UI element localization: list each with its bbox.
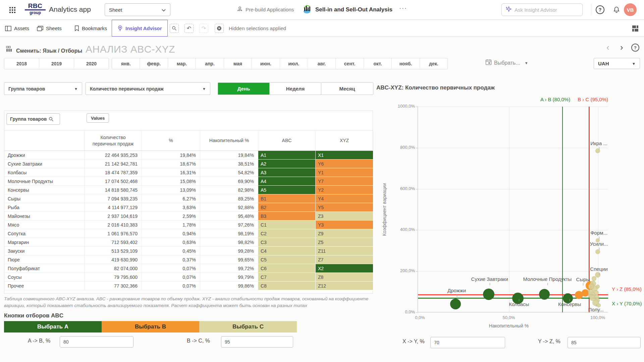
tab-insight-advisor[interactable]: Insight Advisor xyxy=(112,20,168,37)
prev-sheet-arrow[interactable]: ‹ xyxy=(606,43,609,52)
product-name-cell[interactable]: Закуски xyxy=(4,247,85,255)
xyz-cell[interactable]: Z5 xyxy=(316,238,373,247)
col-header-pct[interactable]: % xyxy=(142,131,200,150)
month-button[interactable]: мар. xyxy=(168,58,196,69)
product-name-cell[interactable]: Дрожжи xyxy=(4,151,85,159)
product-name-cell[interactable]: Прочее xyxy=(4,282,85,290)
xyz-cell[interactable]: Y3 xyxy=(316,221,373,229)
month-button[interactable]: нояб. xyxy=(392,58,420,69)
bc-threshold-input[interactable] xyxy=(221,336,293,348)
xyz-cell[interactable]: Y5 xyxy=(316,203,373,212)
product-name-cell[interactable]: Колбасы xyxy=(4,168,85,177)
product-name-cell[interactable]: Молочные Продукты xyxy=(4,177,85,185)
smart-search-icon[interactable] xyxy=(170,24,179,33)
abc-cell[interactable]: A2 xyxy=(258,160,316,168)
abc-cell[interactable]: A4 xyxy=(258,177,316,186)
xyz-cell[interactable]: X1 xyxy=(316,151,373,160)
scatter-point[interactable] xyxy=(590,295,596,301)
period-button[interactable]: Месяц xyxy=(321,83,373,95)
scatter-point[interactable] xyxy=(588,284,594,289)
product-name-cell[interactable]: Полуфабрикат xyxy=(4,264,85,273)
product-name-cell[interactable]: Мясо xyxy=(4,221,85,229)
tab-sheets[interactable]: Sheets xyxy=(37,20,62,37)
xyz-cell[interactable]: Z9 xyxy=(316,229,373,238)
abc-cell[interactable]: B3 xyxy=(258,212,316,221)
col-header-cum[interactable]: Накопительный % xyxy=(200,131,258,150)
abc-cell[interactable]: C8 xyxy=(258,282,316,290)
xyz-cell[interactable]: Z12 xyxy=(316,282,373,290)
ask-insight-input[interactable] xyxy=(515,7,572,13)
year-button-2020[interactable]: 2020 xyxy=(74,58,109,69)
abc-cell[interactable]: C1 xyxy=(258,221,316,229)
scatter-point[interactable] xyxy=(588,289,593,295)
xyz-cell[interactable]: Y7 xyxy=(316,177,373,186)
period-button[interactable]: День xyxy=(218,83,270,95)
abc-cell[interactable]: B1 xyxy=(258,194,316,203)
abc-cell[interactable]: A5 xyxy=(258,186,316,194)
abc-cell[interactable]: A3 xyxy=(258,168,316,177)
user-avatar[interactable]: VB xyxy=(624,3,637,16)
year-button-2019[interactable]: 2019 xyxy=(39,58,74,69)
month-button[interactable]: июл. xyxy=(280,58,308,69)
sheet-grid-icon[interactable] xyxy=(631,24,639,33)
notifications-bell-icon[interactable] xyxy=(612,5,621,14)
xyz-cell[interactable]: Z7 xyxy=(316,255,373,264)
xyz-cell[interactable]: Y6 xyxy=(316,160,373,168)
yz-threshold-input[interactable] xyxy=(568,337,641,348)
month-button[interactable]: авг. xyxy=(308,58,336,69)
abc-cell[interactable]: C7 xyxy=(258,273,316,282)
month-button[interactable]: апр. xyxy=(196,58,224,69)
next-sheet-arrow[interactable]: › xyxy=(620,43,623,52)
month-button[interactable]: окт. xyxy=(364,58,392,69)
xyz-cell[interactable]: Z11 xyxy=(316,247,373,255)
prebuild-applications-link[interactable]: Pre-build Applications xyxy=(237,6,294,13)
month-button[interactable]: июн. xyxy=(252,58,280,69)
sheet-help-icon[interactable]: ? xyxy=(631,44,639,52)
month-button[interactable]: мая xyxy=(224,58,252,69)
abc-cell[interactable]: C6 xyxy=(258,264,316,273)
month-button[interactable]: февр. xyxy=(140,58,168,69)
scatter-point[interactable] xyxy=(596,285,600,289)
xy-threshold-input[interactable] xyxy=(430,337,505,348)
tab-assets[interactable]: Assets xyxy=(5,20,29,37)
select-c-button[interactable]: Выбрать C xyxy=(199,321,297,333)
col-header-value[interactable]: Количество первичных продаж xyxy=(85,131,142,150)
product-name-cell[interactable]: Маргарин xyxy=(4,238,85,246)
abc-cell[interactable]: C3 xyxy=(258,238,316,247)
current-app[interactable]: Sell-in and Sell-Out Analysis xyxy=(302,4,392,15)
product-name-cell[interactable]: Соусы xyxy=(4,273,85,281)
undo-icon[interactable]: ↶ xyxy=(184,24,194,33)
col-header-xyz[interactable]: XYZ xyxy=(316,131,373,150)
xyz-cell[interactable]: Y1 xyxy=(316,168,373,177)
ab-threshold-input[interactable] xyxy=(60,336,133,348)
abc-cell[interactable]: C4 xyxy=(258,247,316,255)
more-options-button[interactable]: ··· xyxy=(399,5,407,12)
currency-select[interactable]: UAH ▼ xyxy=(594,58,640,69)
measure-select[interactable]: Количество первичных продаж ▼ xyxy=(86,82,210,95)
xyz-cell[interactable]: X2 xyxy=(316,264,373,273)
abc-cell[interactable]: C2 xyxy=(258,229,316,238)
product-name-cell[interactable]: Рыба xyxy=(4,203,85,212)
product-name-cell[interactable]: Сыры xyxy=(4,194,85,203)
col-header-abc[interactable]: ABC xyxy=(258,131,316,150)
help-icon[interactable]: ? xyxy=(596,5,604,14)
select-b-button[interactable]: Выбрать B xyxy=(102,321,199,333)
xyz-cell[interactable]: Z3 xyxy=(316,212,373,221)
month-button[interactable]: сент. xyxy=(336,58,364,69)
product-name-cell[interactable]: Сопутка xyxy=(4,229,85,238)
tab-bookmarks[interactable]: Bookmarks xyxy=(74,20,107,37)
xyz-cell[interactable]: Y4 xyxy=(316,194,373,203)
insight-advisor-search[interactable] xyxy=(501,3,583,16)
layout-switch-icon[interactable] xyxy=(6,46,13,55)
abc-cell[interactable]: B2 xyxy=(258,203,316,212)
product-name-cell[interactable]: Консервы xyxy=(4,186,85,194)
product-name-cell[interactable]: Майонезы xyxy=(4,212,85,220)
values-tab[interactable]: Values xyxy=(87,113,109,123)
scatter-point[interactable] xyxy=(595,249,600,254)
product-name-cell[interactable]: Пюре xyxy=(4,255,85,264)
abc-cell[interactable]: C5 xyxy=(258,255,316,264)
month-button[interactable]: янв. xyxy=(112,58,140,69)
year-button-2018[interactable]: 2018 xyxy=(4,58,39,69)
period-button[interactable]: Неделя xyxy=(270,83,321,95)
month-button[interactable]: дек. xyxy=(420,58,447,69)
